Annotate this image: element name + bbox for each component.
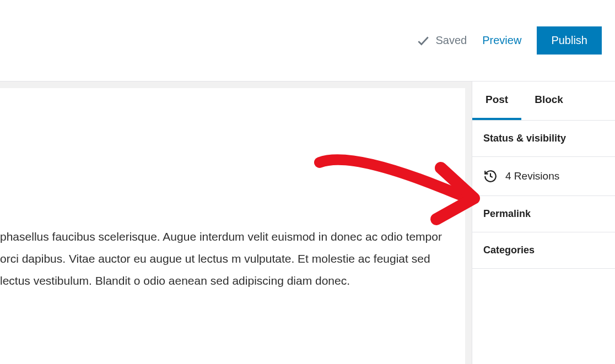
tab-block[interactable]: Block: [521, 82, 576, 120]
editor-body[interactable]: phasellus faucibus scelerisque. Augue in…: [0, 88, 465, 364]
tab-post[interactable]: Post: [472, 82, 521, 120]
editor-pane: phasellus faucibus scelerisque. Augue in…: [0, 82, 472, 364]
settings-sidebar: Post Block Status & visibility 4 Revisio…: [472, 82, 615, 364]
panel-permalink[interactable]: Permalink: [472, 196, 615, 232]
content-area: phasellus faucibus scelerisque. Augue in…: [0, 82, 615, 364]
panel-categories[interactable]: Categories: [472, 232, 615, 269]
history-icon: [483, 169, 498, 183]
publish-button[interactable]: Publish: [537, 26, 602, 55]
revisions-label: 4 Revisions: [505, 170, 559, 182]
sidebar-tabs: Post Block: [472, 82, 615, 121]
panel-status-visibility[interactable]: Status & visibility: [472, 121, 615, 157]
post-content-text: phasellus faucibus scelerisque. Augue in…: [0, 230, 442, 287]
preview-button[interactable]: Preview: [482, 34, 521, 47]
saved-status: Saved: [416, 34, 467, 48]
editor-top-bar: Saved Preview Publish: [0, 0, 615, 82]
saved-label: Saved: [436, 34, 467, 47]
check-icon: [416, 34, 430, 48]
panel-revisions[interactable]: 4 Revisions: [472, 157, 615, 196]
